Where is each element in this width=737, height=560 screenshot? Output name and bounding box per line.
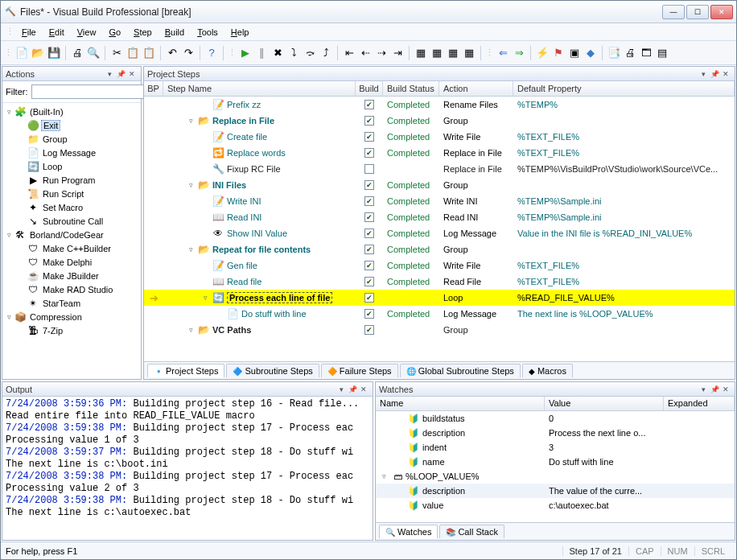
dropdown-icon[interactable]: ▾	[698, 69, 709, 79]
new-icon[interactable]: 📄	[14, 46, 29, 60]
step-row[interactable]: ▿📂INI Files✔CompletedGroup	[144, 177, 735, 193]
watch-row[interactable]: 🔰indent3	[376, 440, 735, 455]
action-item[interactable]: 🔄Loop	[2, 159, 141, 173]
col-value[interactable]: Value	[545, 397, 664, 410]
stop-icon[interactable]: ✖	[270, 46, 285, 60]
bolt-icon[interactable]: ⚡	[535, 46, 550, 60]
col-action[interactable]: Action	[439, 81, 513, 96]
close-icon[interactable]: ✕	[126, 69, 138, 79]
action-item[interactable]: ☕Make JBuilder	[2, 269, 141, 282]
watches-grid-body[interactable]: 🔰buildstatus0🔰descriptionProcess the nex…	[376, 411, 735, 522]
preview-icon[interactable]: 🔍	[86, 46, 101, 60]
menu-go[interactable]: Go	[102, 26, 127, 39]
col-name[interactable]: Name	[376, 397, 545, 410]
grid2-icon[interactable]: ▦	[430, 46, 444, 60]
pin-icon[interactable]: 📌	[115, 69, 126, 79]
step-row[interactable]: 📝Prefix zz✔CompletedRename Files%TEMP%	[144, 97, 735, 113]
col-build[interactable]: Build	[356, 81, 383, 96]
build-checkbox[interactable]: ✔	[364, 277, 374, 286]
action-item[interactable]: ↘Subroutine Call	[2, 214, 141, 228]
pin-icon[interactable]: 📌	[347, 385, 358, 394]
open-icon[interactable]: 📂	[31, 46, 45, 60]
step-row[interactable]: ➔▿🔄Process each line of file✔Loop%READ_F…	[144, 290, 735, 306]
build-checkbox[interactable]: ✔	[364, 196, 374, 206]
menu-tools[interactable]: Tools	[191, 26, 224, 39]
play-icon[interactable]: ▶	[238, 46, 253, 60]
arrow-right-icon[interactable]: ⇒	[512, 46, 526, 60]
close-icon[interactable]: ✕	[720, 69, 731, 79]
print-icon[interactable]: 🖨	[70, 46, 84, 60]
flag-icon[interactable]: ⚑	[551, 46, 566, 60]
watch-row[interactable]: 🔰descriptionProcess the next line o...	[376, 426, 735, 440]
copy2-icon[interactable]: 📑	[607, 46, 621, 60]
step-into-icon[interactable]: ⤵	[286, 46, 301, 60]
tab-watches[interactable]: 🔍Watches	[379, 525, 438, 538]
pin-icon[interactable]: 📌	[709, 69, 720, 79]
step-row[interactable]: 🔁Replace words✔CompletedReplace in File%…	[144, 145, 735, 161]
close-icon[interactable]: ✕	[720, 385, 731, 394]
undo-icon[interactable]: ↶	[165, 46, 179, 60]
tab-subroutine-steps[interactable]: 🔷Subroutine Steps	[226, 364, 319, 377]
build-checkbox[interactable]: ✔	[364, 309, 374, 319]
output-body[interactable]: 7/24/2008 3:59:36 PM: Building project s…	[2, 397, 373, 540]
menu-step[interactable]: Step	[127, 26, 159, 39]
step-row[interactable]: 📄Do stuff with line✔CompletedLog Message…	[144, 306, 735, 322]
action-item[interactable]: 🗜7-Zip	[2, 323, 141, 337]
window-icon[interactable]: 🗔	[639, 46, 653, 60]
action-item[interactable]: ▿🧩(Built-In)	[2, 105, 141, 118]
watch-row[interactable]: 🔰descriptionThe value of the curre...	[376, 484, 735, 498]
step-over-icon[interactable]: ⤼	[303, 46, 317, 60]
step-row[interactable]: 👁Show INI Value✔CompletedLog MessageValu…	[144, 225, 735, 241]
action-item[interactable]: 📜Run Script	[2, 187, 141, 200]
goto-first-icon[interactable]: ⇤	[342, 46, 356, 60]
print2-icon[interactable]: 🖨	[623, 46, 637, 60]
help-icon[interactable]: ?	[204, 46, 219, 60]
arrow-left-icon[interactable]: ⇐	[496, 46, 510, 60]
step-row[interactable]: 📝Write INI✔CompletedWrite INI%TEMP%\Samp…	[144, 193, 735, 209]
copy-icon[interactable]: 📋	[126, 46, 140, 60]
maximize-button[interactable]: ☐	[686, 5, 709, 19]
filter-input[interactable]	[31, 84, 149, 99]
layout-icon[interactable]: ▤	[655, 46, 669, 60]
pause-icon[interactable]: ‖	[254, 46, 269, 60]
menu-file[interactable]: File	[15, 26, 43, 39]
build-checkbox[interactable]: ✔	[364, 325, 374, 335]
col-buildstatus[interactable]: Build Status	[383, 81, 439, 96]
cut-icon[interactable]: ✂	[109, 46, 124, 60]
col-bp[interactable]: BP	[144, 81, 163, 96]
close-button[interactable]: ✕	[710, 5, 733, 19]
col-stepname[interactable]: Step Name	[163, 81, 356, 96]
tab-project-steps[interactable]: 🔹Project Steps	[147, 364, 224, 377]
watch-row[interactable]: 🔰nameDo stuff with line	[376, 455, 735, 469]
dropdown-icon[interactable]: ▾	[104, 69, 115, 79]
redo-icon[interactable]: ↷	[181, 46, 196, 60]
step-row[interactable]: ▿📂Repeat for file contents✔CompletedGrou…	[144, 241, 735, 257]
action-item[interactable]: ▶Run Program	[2, 173, 141, 187]
goto-prev-icon[interactable]: ⇠	[358, 46, 373, 60]
build-checkbox[interactable]: ✔	[364, 212, 374, 222]
watch-row[interactable]: 🔰valuec:\autoexec.bat	[376, 498, 735, 513]
build-checkbox[interactable]: ✔	[364, 229, 374, 238]
action-item[interactable]: ▿📦Compression	[2, 310, 141, 323]
watch-row[interactable]: 🔰buildstatus0	[376, 411, 735, 426]
menu-help[interactable]: Help	[224, 26, 256, 39]
paste-icon[interactable]: 📋	[142, 46, 156, 60]
menu-build[interactable]: Build	[159, 26, 191, 39]
pin-icon[interactable]: 📌	[709, 385, 720, 394]
check-icon[interactable]: ▣	[567, 46, 582, 60]
watch-row[interactable]: ▿🗃%LOOP_VALUE%	[376, 469, 735, 484]
build-checkbox[interactable]: ✔	[364, 261, 374, 270]
step-row[interactable]: 📝Create file✔CompletedWrite File%TEXT_FI…	[144, 129, 735, 145]
action-item[interactable]: ✦Set Macro	[2, 200, 141, 214]
build-checkbox[interactable]	[364, 164, 374, 174]
build-checkbox[interactable]: ✔	[364, 245, 374, 254]
action-item[interactable]: 📁Group	[2, 132, 141, 146]
actions-tree[interactable]: ▿🧩(Built-In)🟢Exit📁Group📄Log Message🔄Loop…	[2, 103, 141, 379]
tab-macros[interactable]: ◆Macros	[522, 364, 573, 377]
build-checkbox[interactable]: ✔	[364, 180, 374, 190]
action-item[interactable]: ✴StarTeam	[2, 296, 141, 310]
menu-edit[interactable]: Edit	[43, 26, 71, 39]
dropdown-icon[interactable]: ▾	[336, 385, 347, 394]
action-item[interactable]: 📄Log Message	[2, 146, 141, 159]
save-icon[interactable]: 💾	[47, 46, 61, 60]
